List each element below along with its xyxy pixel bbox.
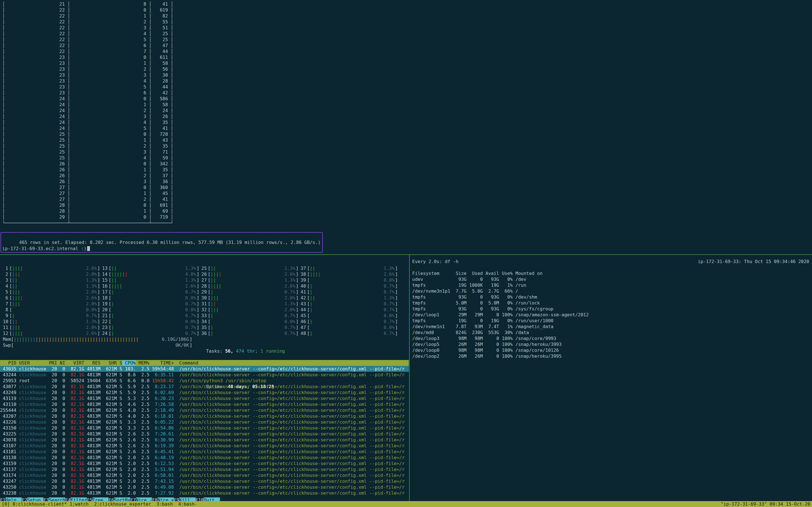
process-row[interactable]: 255444 clickhouse 20 0 82.1G 4813M 621M … xyxy=(0,407,409,413)
clickhouse-result-table: │ 21 │ 8 │ 41 │ │ 22 │ 0 │ 619 │ │ 22 │ … xyxy=(2,1,173,226)
cpu-meter: 35[|0.7%] xyxy=(201,325,299,330)
cpu-meter: 25[||1.3%] xyxy=(201,265,299,271)
fkey-f4[interactable]: F4Filter xyxy=(65,497,87,501)
swap-bar-label: Swp xyxy=(3,342,11,348)
process-row[interactable]: 43247 clickhouse 20 0 82.1G 4813M 621M S… xyxy=(0,478,409,484)
cpu-meter: 29[|0.7%] xyxy=(201,289,299,295)
process-row[interactable]: 43226 clickhouse 20 0 82.1G 4813M 621M S… xyxy=(0,419,409,425)
pane-divider-vertical xyxy=(409,255,410,501)
cpu-meter: 5[|||2.0%] xyxy=(3,289,100,295)
process-row[interactable]: 43150 clickhouse 20 0 82.1G 4813M 621M S… xyxy=(0,425,409,431)
fkey-f9[interactable]: F9Kill xyxy=(174,497,196,501)
query-summary-text: 465 rows in set. Elapsed: 0.202 sec. Pro… xyxy=(19,240,320,245)
fkey-f3[interactable]: F3Search xyxy=(43,497,65,501)
clickhouse-client-pane[interactable]: │ 21 │ 8 │ 41 │ │ 22 │ 0 │ 619 │ │ 22 │ … xyxy=(0,0,812,255)
watch-command-text: Every 2.0s: df -h xyxy=(412,259,458,265)
process-row[interactable]: 43250 clickhouse 20 0 82.1G 4813M 621M S… xyxy=(0,484,409,490)
cpu-meter: 21[|0.7%] xyxy=(102,313,199,319)
process-table-header[interactable]: PID USER PRI NI VIRT RES SHR S CPU% MEM%… xyxy=(0,360,409,366)
process-row[interactable]: 43119 clickhouse 20 0 82.1G 4813M 621M S… xyxy=(0,395,409,401)
cpu-meter: 8[0.0%] xyxy=(3,307,100,313)
cpu-meter: 9[|0.7%] xyxy=(3,313,100,319)
tmux-host-clock: "ip-172-31-69-33" 09:34 15-Oct-20 xyxy=(721,501,810,507)
cpu-meter: 15[||1.3%] xyxy=(102,277,199,283)
cpu-meter: 42[||1.3%] xyxy=(301,295,398,301)
process-row[interactable]: 43107 clickhouse 20 0 82.1G 4813M 621M S… xyxy=(0,443,409,449)
cpu-meter: 41[|0.7%] xyxy=(301,289,398,295)
tasks-line: Tasks: 56, 474 thr; 1 running xyxy=(206,348,285,354)
fkey-f1[interactable]: F1Help xyxy=(0,497,22,501)
cpu-meter: 40[|0.7%] xyxy=(301,283,398,289)
cpu-meter: 47[0.0%] xyxy=(301,325,398,330)
cpu-meter: 3[||1.3%] xyxy=(3,277,100,283)
cpu-meter: 19[|0.7%] xyxy=(102,301,199,307)
df-output-table: Filesystem Size Used Avail Use% Mounted … xyxy=(412,270,589,359)
fkey-f2[interactable]: F2Setup xyxy=(22,497,43,501)
cpu-meter: 44[|0.7%] xyxy=(301,307,398,313)
cpu-meter: 16[||||2.6%] xyxy=(102,283,199,289)
process-row[interactable]: 43137 clickhouse 20 0 82.1G 4813M 621M S… xyxy=(0,466,409,472)
cpu-meter: 28[||||2.6%] xyxy=(201,283,299,289)
cpu-meter: 39[0.0%] xyxy=(301,277,398,283)
process-row[interactable]: 43225 clickhouse 20 0 82.1G 4813M 621M S… xyxy=(0,431,409,437)
process-row[interactable]: 43244 clickhouse 20 0 82.1G 4813M 621M S… xyxy=(0,372,409,378)
cpu-meter: 6[||||2.6%] xyxy=(3,295,100,301)
htop-pane[interactable]: 1[||||2.6%]2[|||2.0%]3[||1.3%]4[||1.3%]5… xyxy=(0,256,409,501)
process-row[interactable]: 43181 clickhouse 20 0 82.1G 4813M 621M S… xyxy=(0,449,409,455)
cpu-meter: 46[|0.7%] xyxy=(301,319,398,325)
fkey-f8[interactable]: F8Nice + xyxy=(152,497,174,501)
fkey-f7[interactable]: F7Nice - xyxy=(130,497,152,501)
fkey-f6[interactable]: F6SortBy xyxy=(109,497,130,501)
tmux-terminal-screen: │ 21 │ 8 │ 41 │ │ 22 │ 0 │ 619 │ │ 22 │ … xyxy=(0,0,812,507)
process-row[interactable]: 43138 clickhouse 20 0 82.1G 4813M 621M S… xyxy=(0,455,409,460)
cpu-meter: 17[|0.7%] xyxy=(102,289,199,295)
cpu-meter: 13[||1.3%] xyxy=(102,265,199,271)
cpu-meter: 27[||1.3%] xyxy=(201,277,299,283)
process-row[interactable]: 43207 clickhouse 20 0 82.1G 4813M 621M S… xyxy=(0,413,409,419)
cpu-meter: 24[|0.7%] xyxy=(102,330,199,336)
cpu-meter: 36[|0.7%] xyxy=(201,330,299,336)
cpu-meter: 22[0.0%] xyxy=(102,319,199,325)
process-row[interactable]: 43174 clickhouse 20 0 82.1G 4813M 621M S… xyxy=(0,472,409,478)
cpu-meter: 12[||||2.6%] xyxy=(3,330,100,336)
process-row[interactable]: 43159 clickhouse 20 0 82.1G 4813M 621M S… xyxy=(0,460,409,466)
watch-df-pane[interactable]: Every 2.0s: df -h ip-172-31-69-33: Thu O… xyxy=(412,256,812,501)
cpu-meter: 31[||1.3%] xyxy=(201,301,299,307)
cpu-meter: 11[|||2.0%] xyxy=(3,325,100,330)
cpu-meter: 26[||||2.6%] xyxy=(201,271,299,277)
cpu-meter: 7[|||2.0%] xyxy=(3,301,100,307)
pane-divider-horizontal xyxy=(0,255,812,255)
process-table: PID USER PRI NI VIRT RES SHR S CPU% MEM%… xyxy=(0,360,409,496)
cpu-meter: 45[0.0%] xyxy=(301,313,398,319)
process-row[interactable]: 43249 clickhouse 20 0 82.1G 4813M 621M S… xyxy=(0,390,409,395)
cpu-meter: 37[||1.3%] xyxy=(301,265,398,271)
process-row[interactable]: 43078 clickhouse 20 0 82.1G 4813M 621M S… xyxy=(0,437,409,443)
watch-header: Every 2.0s: df -h ip-172-31-69-33: Thu O… xyxy=(412,259,812,265)
fkey-f10[interactable]: F10Quit xyxy=(196,497,220,501)
cpu-meter: 38[||||2.6%] xyxy=(301,271,398,277)
cpu-meter: 4[||1.3%] xyxy=(3,283,100,289)
cpu-meter: 34[0.0%] xyxy=(201,319,299,325)
cpu-meter: 33[|0.7%] xyxy=(201,313,299,319)
cpu-meter: 20[0.0%] xyxy=(102,307,199,313)
cpu-meter: 30[|||2.0%] xyxy=(201,295,299,301)
process-row[interactable]: 25953 root 20 0 58524 19404 6356 S 6.6 0… xyxy=(0,378,409,384)
process-row[interactable]: 43238 clickhouse 20 0 82.1G 4813M 621M S… xyxy=(0,490,409,496)
watch-host-datetime: ip-172-31-69-33: Thu Oct 15 09:34:46 202… xyxy=(698,259,809,265)
clickhouse-prompt[interactable]: ip-172-31-69-33.ec2.internal :) xyxy=(2,245,90,251)
prompt-text: ip-172-31-69-33.ec2.internal :) xyxy=(2,246,87,251)
tmux-window-list[interactable]: [0] 0:clickhouse-client* 1:watch 2:click… xyxy=(2,501,197,507)
process-row[interactable]: 43110 clickhouse 20 0 82.1G 4813M 621M S… xyxy=(0,401,409,407)
process-row[interactable]: 43077 clickhouse 20 0 82.1G 4813M 621M S… xyxy=(0,384,409,390)
process-row[interactable]: 43035 clickhouse 20 0 82.1G 4813M 621M S… xyxy=(0,366,409,372)
cpu-meter: 48[|0.7%] xyxy=(301,330,398,336)
terminal-cursor xyxy=(87,246,90,251)
cpu-meter: 10[||1.3%] xyxy=(3,319,100,325)
cpu-meter: 1[||||2.6%] xyxy=(3,265,100,271)
swap-bar: Swp[0K/0K] xyxy=(3,342,192,348)
fkey-f5[interactable]: F5Tree xyxy=(87,497,109,501)
cpu-meter: 14[||||||4.0%] xyxy=(102,271,199,277)
cpu-meter: 2[|||2.0%] xyxy=(3,271,100,277)
htop-function-key-bar: F1Help F2Setup F3SearchF4FilterF5Tree F6… xyxy=(0,497,409,501)
memory-bar: Mem[||||||||||||||||||||||||||||||||||||… xyxy=(3,336,192,342)
